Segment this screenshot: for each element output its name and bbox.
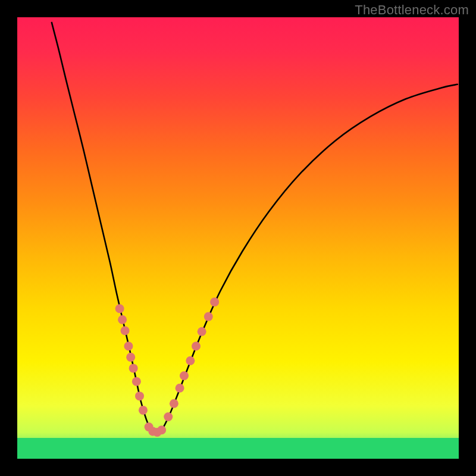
curve-marker xyxy=(139,406,148,415)
curve-marker xyxy=(126,353,135,362)
curve-marker xyxy=(132,377,141,386)
curve-marker xyxy=(118,315,127,324)
curve-marker xyxy=(176,384,184,393)
curve-marker xyxy=(115,304,124,313)
curve-marker xyxy=(204,312,213,321)
curve-marker xyxy=(135,392,144,400)
curve-marker xyxy=(164,412,173,421)
curve-marker xyxy=(157,425,166,434)
gradient-background xyxy=(17,17,459,459)
watermark-text: TheBottleneck.com xyxy=(355,2,469,18)
chart-svg xyxy=(0,0,476,476)
curve-marker xyxy=(186,356,195,365)
curve-marker xyxy=(210,298,219,306)
curve-marker xyxy=(129,364,138,372)
curve-marker xyxy=(124,342,133,350)
curve-marker xyxy=(170,399,178,408)
plot-area xyxy=(17,17,459,459)
green-bottom-band xyxy=(17,438,459,459)
curve-marker xyxy=(198,327,206,336)
curve-marker xyxy=(180,371,189,380)
curve-marker xyxy=(192,342,201,350)
curve-marker xyxy=(121,326,130,335)
